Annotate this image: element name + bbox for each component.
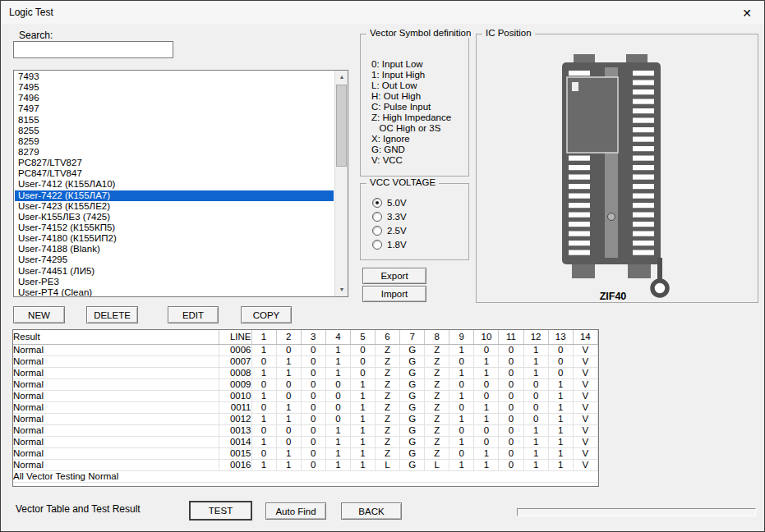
column-header[interactable]: 7 [400, 330, 425, 344]
column-header[interactable]: 2 [276, 330, 301, 344]
zif-slot [633, 213, 654, 218]
table-row[interactable]: Normal000811010ZGZ11010V [13, 367, 598, 378]
column-header[interactable]: 8 [425, 330, 449, 344]
zif-slot [633, 184, 654, 189]
table-row[interactable]: Normal001410011ZGZ10011V [13, 436, 598, 447]
chip-list-item[interactable]: User-74180 (К155ИП2) [15, 233, 334, 244]
chip-list-item[interactable]: 7497 [15, 103, 334, 114]
vcc-voltage-group-title: VCC VOLTAGE [366, 177, 439, 187]
chip-list-item[interactable]: 7493 [15, 71, 334, 82]
lever-stem [657, 258, 662, 279]
column-header[interactable]: 10 [474, 330, 499, 344]
socket-foot-right [628, 264, 651, 278]
chip-list-item[interactable]: User-PT4 (Clean) [15, 287, 334, 297]
vector-table: ResultLINE1234567891011121314 Normal0006… [13, 330, 598, 483]
column-header[interactable]: 1 [251, 330, 276, 344]
delete-button[interactable]: DELETE [86, 306, 138, 323]
chip-list-item[interactable]: PC847/LTV847 [15, 168, 334, 179]
scrollbar-thumb[interactable] [336, 85, 347, 167]
zif-slot [569, 232, 590, 236]
column-header[interactable]: 6 [375, 330, 399, 344]
back-button[interactable]: BACK [341, 502, 402, 520]
table-row[interactable]: Normal001101001ZGZ01001V [13, 401, 598, 413]
vector-symbol-group: Vector Symbol definition 0: Input Low1: … [360, 34, 469, 177]
new-button[interactable]: NEW [13, 306, 65, 323]
vector-symbol-line: 0: Input Low [371, 59, 451, 70]
edit-button[interactable]: EDIT [168, 306, 219, 323]
chip-list-item[interactable]: 7495 [15, 82, 334, 93]
table-row[interactable]: Normal000900001ZGZ00001V [13, 378, 598, 390]
vcc-option-2.5V[interactable]: 2.5V [372, 223, 407, 237]
scroll-up-icon[interactable]: ▲ [335, 71, 348, 84]
chip-list-item[interactable]: User-74188 (Blank) [15, 244, 334, 255]
table-row[interactable]: Normal001010001ZGZ10001V [13, 390, 598, 401]
ic-position-group: IC Position ZIF40 [476, 34, 758, 303]
table-row[interactable]: Normal001611011LGL11011V [13, 459, 598, 470]
chip-list-item[interactable]: 7496 [15, 93, 334, 103]
vcc-option-1.8V[interactable]: 1.8V [372, 237, 407, 251]
radio-icon[interactable] [372, 198, 382, 208]
radio-icon[interactable] [372, 240, 382, 250]
table-row[interactable]: Normal001501011ZGZ01011V [13, 447, 598, 459]
chip-list-item[interactable]: 8255 [15, 126, 334, 136]
chip-list-item[interactable]: User-7422 (К155ЛА7) [15, 190, 334, 201]
auto-find-button[interactable]: Auto Find [265, 502, 326, 520]
copy-button[interactable]: COPY [241, 306, 292, 323]
table-row[interactable]: Normal001300011ZGZ00011V [13, 424, 598, 436]
close-icon[interactable]: ✕ [738, 5, 756, 21]
column-header[interactable]: 11 [499, 330, 523, 344]
search-input[interactable] [13, 41, 173, 58]
vcc-option-label: 1.8V [387, 240, 407, 250]
vcc-option-3.3V[interactable]: 3.3V [372, 209, 407, 223]
listbox-scrollbar[interactable]: ▲ ▼ [334, 71, 348, 296]
vcc-option-5.0V[interactable]: 5.0V [372, 195, 407, 209]
radio-icon[interactable] [372, 212, 382, 222]
chip-list-item[interactable]: User-7412 (К155ЛА10) [15, 179, 334, 190]
titlebar: Logic Test ✕ [1, 1, 764, 24]
column-header[interactable]: 3 [301, 330, 325, 344]
vector-symbol-line: X: Ignore [371, 134, 451, 144]
zif-slot [633, 108, 654, 113]
column-header[interactable]: Result [13, 330, 219, 344]
zif-slot [633, 137, 654, 142]
zif-slot [569, 213, 590, 218]
zif-slot [633, 165, 654, 170]
table-row[interactable]: Normal001211001ZGZ11001V [13, 413, 598, 424]
vector-symbol-line: G: GND [371, 144, 451, 155]
column-header[interactable]: 12 [523, 330, 548, 344]
chip-list-item[interactable]: User-74451 (ЛИ5) [15, 266, 334, 277]
socket-screw [608, 213, 615, 221]
test-button[interactable]: TEST [189, 501, 252, 521]
chip-list-item[interactable]: PC827/LTV827 [15, 158, 334, 168]
radio-icon[interactable] [372, 226, 382, 236]
chip-list-items: 74937495749674978155825582598279PC827/LT… [15, 71, 334, 296]
column-header[interactable]: 14 [573, 330, 597, 344]
chip-list-item[interactable]: User-74295 [15, 255, 334, 265]
chip-list-item[interactable]: 8279 [15, 147, 334, 158]
ic-position-group-title: IC Position [482, 28, 535, 38]
table-row[interactable]: Normal000610010ZGZ10010V [13, 344, 598, 355]
socket-foot-left [572, 264, 595, 278]
column-header[interactable]: 9 [449, 330, 474, 344]
zif-slot [569, 222, 590, 227]
vector-table-container[interactable]: ResultLINE1234567891011121314 Normal0006… [12, 329, 599, 487]
column-header[interactable]: LINE [219, 330, 251, 344]
chip-listbox[interactable]: 74937495749674978155825582598279PC827/LT… [13, 70, 348, 297]
chip-list-item[interactable]: 8259 [15, 136, 334, 147]
zif-slot [633, 146, 654, 151]
chip-list-item[interactable]: User-PE3 [15, 277, 334, 287]
chip-list-item[interactable]: User-74152 (К155КП5) [15, 222, 334, 233]
export-button[interactable]: Export [362, 268, 426, 284]
scroll-down-icon[interactable]: ▼ [335, 283, 348, 296]
zif-slot [633, 71, 654, 76]
zif-slot [633, 194, 654, 199]
zif-socket-graphic [544, 53, 684, 303]
column-header[interactable]: 13 [548, 330, 573, 344]
chip-list-item[interactable]: User-К155ЛЕ3 (7425) [15, 212, 334, 222]
chip-list-item[interactable]: User-7423 (К155ЛЕ2) [15, 201, 334, 212]
column-header[interactable]: 5 [350, 330, 375, 344]
column-header[interactable]: 4 [325, 330, 350, 344]
table-row[interactable]: Normal000701010ZGZ01010V [13, 355, 598, 367]
import-button[interactable]: Import [362, 286, 426, 302]
chip-list-item[interactable]: 8155 [15, 115, 334, 126]
